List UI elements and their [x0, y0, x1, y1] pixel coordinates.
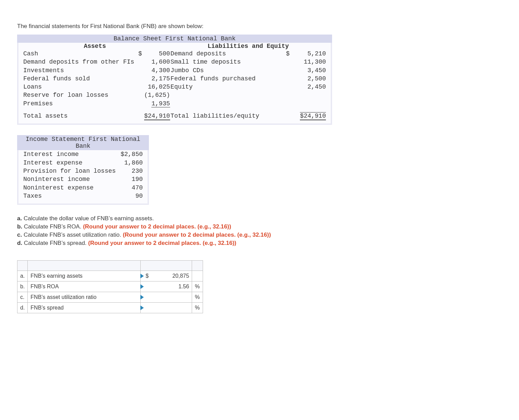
answer-row-d: d. FNB’s spread % [17, 303, 203, 313]
questions-block: a. Calculate the dollar value of FNB’s e… [17, 215, 502, 247]
answer-input-a[interactable]: $ 20,875 [141, 271, 192, 281]
is-value: 230 [118, 167, 145, 175]
asset-label: Loans [21, 83, 136, 91]
is-value: 470 [118, 184, 145, 192]
table-row: Interest expense 1,860 [21, 159, 145, 167]
liab-value: 3,450 [290, 66, 328, 75]
currency-symbol: $ [136, 50, 142, 58]
currency-symbol: $ [143, 273, 149, 279]
question-a: a. Calculate the dollar value of FNB’s e… [17, 215, 502, 222]
answer-table: a. FNB’s earning assets $ 20,875 b. FNB’… [17, 260, 203, 313]
answer-marker: a. [17, 271, 28, 281]
table-row: Demand deposits from other FIs 1,600 [21, 58, 172, 66]
asset-label: Reserve for loan losses [21, 91, 136, 99]
is-value: 1,860 [118, 159, 145, 167]
table-row: Noninterest income 190 [21, 175, 145, 183]
flag-icon [140, 295, 144, 300]
question-d: d. Calculate FNB’s spread. (Round your a… [17, 240, 502, 247]
liab-label: Small time deposits [168, 58, 284, 66]
answer-suffix: % [192, 292, 203, 303]
is-value: 190 [118, 175, 145, 183]
liabilities-heading: Liabilities and Equity [168, 43, 328, 50]
liab-value: 11,300 [290, 58, 328, 66]
table-row: Premises 1,935 [21, 100, 172, 108]
answer-header-row [17, 261, 203, 271]
is-label: Noninterest expense [21, 184, 118, 192]
is-label: Interest income [21, 150, 118, 158]
table-row: Federal funds sold 2,175 [21, 75, 172, 83]
answer-row-b: b. FNB’s ROA 1.56 % [17, 281, 203, 292]
asset-value: 500 [142, 50, 172, 58]
asset-label: Federal funds sold [21, 75, 136, 83]
answer-label: FNB’s spread [28, 303, 141, 313]
table-row: Noninterest expense 470 [21, 184, 145, 192]
is-label: Provision for loan losses [21, 167, 118, 175]
flag-icon [140, 274, 144, 278]
answer-label: FNB’s earning assets [28, 271, 141, 281]
liabilities-table: Demand deposits $ 5,210 Small time depos… [168, 50, 328, 120]
answer-input-c[interactable] [141, 292, 192, 303]
table-row [168, 91, 328, 99]
is-label: Interest expense [21, 159, 118, 167]
income-statement-title: Income Statement First National Bank [17, 135, 149, 150]
question-b: b. Calculate FNB’s ROA. (Round your answ… [17, 223, 502, 230]
table-row: Cash $ 500 [21, 50, 172, 58]
table-row: Loans 16,025 [21, 83, 172, 91]
income-statement-table: Interest income $2,850 Interest expense … [21, 150, 145, 200]
asset-label: Premises [21, 100, 136, 108]
question-c: c. Calculate FNB’s asset utilization rat… [17, 232, 502, 238]
table-row: Jumbo CDs 3,450 [168, 66, 328, 75]
is-value: 90 [118, 192, 145, 200]
table-row: Interest income $2,850 [21, 150, 145, 158]
table-row [168, 100, 328, 108]
liab-label: Jumbo CDs [168, 66, 284, 75]
answer-suffix [192, 271, 203, 281]
asset-label: Investments [21, 66, 136, 75]
is-value: $2,850 [118, 150, 145, 158]
asset-label: Cash [21, 50, 136, 58]
balance-sheet-title: Balance Sheet First National Bank [17, 35, 332, 43]
liab-total-value: $24,910 [290, 112, 328, 120]
table-row: Provision for loan losses 230 [21, 167, 145, 175]
income-statement: Income Statement First National Bank Int… [17, 135, 502, 205]
answer-row-a: a. FNB’s earning assets $ 20,875 [17, 271, 203, 281]
answer-label: FNB’s ROA [28, 281, 141, 292]
liab-label: Equity [168, 83, 284, 91]
asset-value: (1,625) [142, 91, 172, 99]
flag-icon [140, 305, 144, 310]
answer-marker: d. [17, 303, 28, 313]
table-row: Federal funds purchased 2,500 [168, 75, 328, 83]
asset-value: 1,600 [142, 58, 172, 66]
liab-total-label: Total liabilities/equity [168, 112, 284, 120]
balance-sheet: Balance Sheet First National Bank Assets… [17, 35, 502, 125]
assets-total-label: Total assets [21, 112, 136, 120]
liab-label: Federal funds purchased [168, 75, 284, 83]
table-row-total: Total liabilities/equity $24,910 [168, 112, 328, 120]
assets-heading: Assets [21, 43, 168, 50]
answer-input-d[interactable] [141, 303, 192, 313]
assets-table: Cash $ 500 Demand deposits from other FI… [21, 50, 172, 120]
answer-suffix: % [192, 281, 203, 292]
answer-suffix: % [192, 303, 203, 313]
table-row: Reserve for loan losses (1,625) [21, 91, 172, 99]
assets-total-value: $24,910 [142, 112, 172, 120]
answer-input-b[interactable]: 1.56 [141, 281, 192, 292]
table-row: Demand deposits $ 5,210 [168, 50, 328, 58]
is-label: Taxes [21, 192, 118, 200]
liab-value: 2,450 [290, 83, 328, 91]
asset-value: 16,025 [142, 83, 172, 91]
table-row-total: Total assets $24,910 [21, 112, 172, 120]
answer-marker: b. [17, 281, 28, 292]
flag-icon [140, 284, 144, 289]
liab-label: Demand deposits [168, 50, 284, 58]
intro-text: The financial statements for First Natio… [17, 23, 502, 30]
asset-value: 2,175 [142, 75, 172, 83]
currency-symbol: $ [284, 50, 290, 58]
answer-row-c: c. FNB’s asset utilization ratio % [17, 292, 203, 303]
liab-value: 5,210 [290, 50, 328, 58]
table-row: Equity 2,450 [168, 83, 328, 91]
table-row: Small time deposits 11,300 [168, 58, 328, 66]
asset-label: Demand deposits from other FIs [21, 58, 136, 66]
answer-marker: c. [17, 292, 28, 303]
table-row: Taxes 90 [21, 192, 145, 200]
